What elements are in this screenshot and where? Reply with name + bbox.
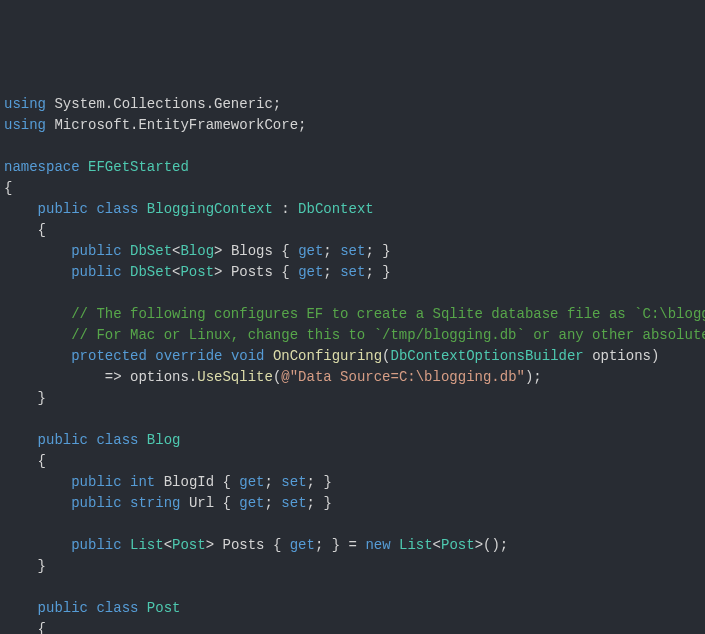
- code-line: using System.Collections.Generic;: [4, 94, 701, 115]
- code-line: public class Post: [4, 598, 701, 619]
- type-ref: DbSet: [130, 243, 172, 259]
- keyword-get: get: [239, 495, 264, 511]
- property-name: Posts: [222, 537, 264, 553]
- keyword-int: int: [130, 474, 155, 490]
- code-line: }: [4, 556, 701, 577]
- keyword-protected: protected: [71, 348, 147, 364]
- keyword-class: class: [96, 432, 138, 448]
- property-name: Url: [189, 495, 214, 511]
- keyword-set: set: [281, 474, 306, 490]
- type-ref: DbContextOptionsBuilder: [391, 348, 584, 364]
- keyword-public: public: [71, 264, 121, 280]
- namespace-ref: System.Collections.Generic: [54, 96, 272, 112]
- type-ref: DbSet: [130, 264, 172, 280]
- code-line: public int BlogId { get; set; }: [4, 472, 701, 493]
- code-line: }: [4, 388, 701, 409]
- keyword-get: get: [239, 474, 264, 490]
- property-name: Blogs: [231, 243, 273, 259]
- keyword-string: string: [130, 495, 180, 511]
- code-line: => options.UseSqlite(@"Data Source=C:\bl…: [4, 367, 701, 388]
- code-line: namespace EFGetStarted: [4, 157, 701, 178]
- keyword-void: void: [231, 348, 265, 364]
- code-line: public DbSet<Post> Posts { get; set; }: [4, 262, 701, 283]
- keyword-class: class: [96, 201, 138, 217]
- code-line: {: [4, 220, 701, 241]
- code-line: public class BloggingContext : DbContext: [4, 199, 701, 220]
- string-literal: @"Data Source=C:\blogging.db": [281, 369, 525, 385]
- code-line: [4, 514, 701, 535]
- keyword-set: set: [281, 495, 306, 511]
- code-line: [4, 577, 701, 598]
- code-line: public string Url { get; set; }: [4, 493, 701, 514]
- type-ref: Post: [441, 537, 475, 553]
- keyword-public: public: [71, 474, 121, 490]
- class-name: Post: [147, 600, 181, 616]
- keyword-new: new: [365, 537, 390, 553]
- type-ref: List: [130, 537, 164, 553]
- code-line: [4, 409, 701, 430]
- identifier: options: [130, 369, 189, 385]
- code-line: [4, 283, 701, 304]
- keyword-namespace: namespace: [4, 159, 80, 175]
- type-ref: Post: [172, 537, 206, 553]
- parameter: options: [592, 348, 651, 364]
- code-line: {: [4, 619, 701, 634]
- keyword-public: public: [38, 201, 88, 217]
- code-line: // For Mac or Linux, change this to `/tm…: [4, 325, 701, 346]
- class-name: Blog: [147, 432, 181, 448]
- keyword-public: public: [71, 537, 121, 553]
- code-editor[interactable]: using System.Collections.Generic;using M…: [4, 94, 701, 634]
- code-line: {: [4, 451, 701, 472]
- code-line: using Microsoft.EntityFrameworkCore;: [4, 115, 701, 136]
- keyword-using: using: [4, 117, 46, 133]
- namespace-ref: Microsoft.EntityFrameworkCore: [54, 117, 298, 133]
- method-call: UseSqlite: [197, 369, 273, 385]
- namespace-name: EFGetStarted: [88, 159, 189, 175]
- keyword-get: get: [298, 243, 323, 259]
- code-line: [4, 136, 701, 157]
- comment: // For Mac or Linux, change this to `/tm…: [71, 327, 705, 343]
- code-line: public List<Post> Posts { get; } = new L…: [4, 535, 701, 556]
- keyword-set: set: [340, 243, 365, 259]
- keyword-public: public: [38, 432, 88, 448]
- keyword-public: public: [38, 600, 88, 616]
- code-line: protected override void OnConfiguring(Db…: [4, 346, 701, 367]
- keyword-get: get: [298, 264, 323, 280]
- keyword-using: using: [4, 96, 46, 112]
- code-line: {: [4, 178, 701, 199]
- type-ref: Post: [180, 264, 214, 280]
- code-line: public class Blog: [4, 430, 701, 451]
- comment: // The following configures EF to create…: [71, 306, 705, 322]
- type-ref: Blog: [180, 243, 214, 259]
- method-name: OnConfiguring: [273, 348, 382, 364]
- base-class: DbContext: [298, 201, 374, 217]
- keyword-public: public: [71, 495, 121, 511]
- keyword-set: set: [340, 264, 365, 280]
- keyword-public: public: [71, 243, 121, 259]
- code-line: // The following configures EF to create…: [4, 304, 701, 325]
- keyword-override: override: [155, 348, 222, 364]
- property-name: Posts: [231, 264, 273, 280]
- keyword-get: get: [290, 537, 315, 553]
- code-line: public DbSet<Blog> Blogs { get; set; }: [4, 241, 701, 262]
- property-name: BlogId: [164, 474, 214, 490]
- keyword-class: class: [96, 600, 138, 616]
- class-name: BloggingContext: [147, 201, 273, 217]
- type-ref: List: [399, 537, 433, 553]
